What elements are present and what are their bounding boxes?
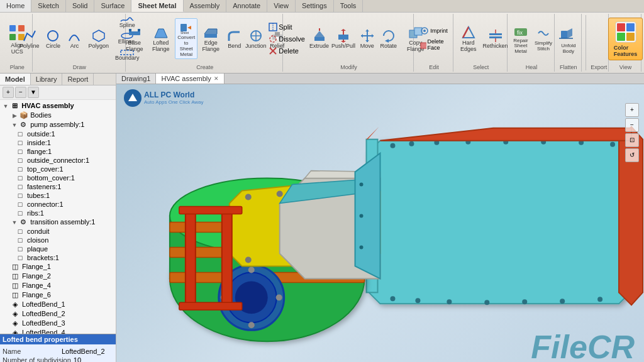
hard-edges-label: Hard Edges <box>457 40 480 53</box>
tree-item-cloison[interactable]: □ cloison <box>1 236 114 244</box>
tab-surface[interactable]: Surface <box>94 0 131 12</box>
viewport-tab-hvac-close[interactable]: ✕ <box>214 75 219 82</box>
ribbon-group-select: Hard Edges Rethicken Select <box>455 14 508 72</box>
tree-item-loftedbend-1[interactable]: ◈ LoftedBend_1 <box>1 300 114 309</box>
split-button[interactable]: Split <box>266 21 308 33</box>
svg-point-80 <box>597 297 602 302</box>
tree-item-outside-connector[interactable]: □ outside_connector:1 <box>1 156 114 165</box>
tree-item-flange-f4[interactable]: ◫ Flange_4 <box>1 281 114 290</box>
fit-view-button[interactable]: ⊡ <box>625 133 639 147</box>
tree-item-flange-f6[interactable]: ◫ Flange_6 <box>1 290 114 300</box>
circle-button[interactable]: Circle <box>43 27 63 51</box>
rotate-view-button[interactable]: ↺ <box>625 148 639 162</box>
tree-item-bodies[interactable]: ▶ 📦 Bodies <box>1 111 114 120</box>
svg-rect-116 <box>179 206 242 214</box>
polyline-label: Polyline <box>19 43 40 50</box>
tab-sheet-metal[interactable]: Sheet Metal <box>131 0 183 12</box>
tree-item-plaque[interactable]: □ plaque <box>1 244 114 253</box>
tree-item-outside[interactable]: □ outside:1 <box>1 129 114 138</box>
hard-edges-button[interactable]: Hard Edges <box>455 24 482 54</box>
tree-collapse-all-button[interactable]: − <box>15 87 26 98</box>
convert-to-sheet-metal-button[interactable]: Sheet Convert toSheet Metal <box>175 18 197 59</box>
imprint-button[interactable]: Imprint <box>418 25 450 36</box>
tree-item-flange1[interactable]: □ flange:1 <box>1 147 114 156</box>
zoom-in-button[interactable]: + <box>625 103 639 117</box>
tree-item-ribs[interactable]: □ ribs:1 <box>1 209 114 217</box>
viewport-tab-hvac[interactable]: HVAC assembly ✕ <box>156 74 224 84</box>
tree-item-tubes[interactable]: □ tubes:1 <box>1 191 114 200</box>
loftedbend3-icon: ◈ <box>11 319 19 327</box>
svg-rect-14 <box>204 34 217 38</box>
base-flange-button[interactable]: Base Flange <box>123 24 147 54</box>
push-pull-button[interactable]: Push/Pull <box>331 27 355 51</box>
tab-tools[interactable]: Tools <box>334 0 364 12</box>
tree-item-flange-f1[interactable]: ◫ Flange_1 <box>1 262 114 272</box>
tree-item-fasteners[interactable]: □ fasteners:1 <box>1 182 114 191</box>
tab-annotate[interactable]: Annotate <box>226 0 267 12</box>
tab-home[interactable]: Home <box>0 0 31 12</box>
panel-tab-report[interactable]: Report <box>62 74 94 85</box>
delete-label: Delete <box>279 47 299 55</box>
dissolve-button[interactable]: Dissolve <box>266 33 308 45</box>
viewport-tab-drawing[interactable]: Drawing1 <box>116 74 156 84</box>
svg-marker-118 <box>355 153 380 278</box>
tree-item-conduit[interactable]: □ conduit <box>1 227 114 236</box>
delete-face-button[interactable]: Delete Face <box>418 37 450 52</box>
tree-item-bottom-cover[interactable]: □ bottom_cover:1 <box>1 173 114 182</box>
tree-item-inside[interactable]: □ inside:1 <box>1 138 114 147</box>
tree-item-flange-f2[interactable]: ◫ Flange_2 <box>1 272 114 281</box>
panel-tab-library[interactable]: Library <box>31 74 63 85</box>
tree-item-loftedbend-3[interactable]: ◈ LoftedBend_3 <box>1 319 114 328</box>
svg-point-103 <box>277 190 283 197</box>
svg-rect-2 <box>9 34 16 40</box>
prop-name-label: Name <box>3 348 59 355</box>
main-area: Model Library Report + − ▼ ▼ ⊞ HVAC asse… <box>0 74 644 362</box>
tree-item-connector[interactable]: □ connector:1 <box>1 200 114 209</box>
convert-to-label: Convert toSheet Metal <box>177 35 195 57</box>
extrude-button[interactable]: Extrude <box>309 27 330 51</box>
unfold-body-button[interactable]: UnfoldBody <box>555 21 582 57</box>
junction-button[interactable]: Junction <box>246 27 266 51</box>
tree-filter-button[interactable]: ▼ <box>28 87 39 98</box>
bend-label: Bend <box>228 43 241 50</box>
tree-item-loftedbend-2[interactable]: ◈ LoftedBend_2 <box>1 309 114 319</box>
tree-item-transition-assembly[interactable]: ▼ ⚙ transition assembly:1 <box>1 217 114 227</box>
edge-flange-button[interactable]: Edge Flange <box>199 24 223 54</box>
polygon-button[interactable]: Polygon <box>86 27 111 51</box>
viewport-tab-drawing-label: Drawing1 <box>121 75 150 82</box>
svg-rect-59 <box>617 23 625 31</box>
polyline-button[interactable]: Polyline <box>17 27 42 51</box>
unfold-body-icon <box>558 23 579 43</box>
tree-item-loftedbend-4[interactable]: ◈ LoftedBend_4 <box>1 328 114 334</box>
rotate-button[interactable]: Rotate <box>379 27 399 51</box>
tab-view[interactable]: View <box>267 0 296 12</box>
tree-item-top-cover[interactable]: □ top_cover:1 <box>1 165 114 173</box>
rethicken-button[interactable]: Rethicken <box>484 27 508 51</box>
viewport-content[interactable]: ALL PC World Auto Apps One Click Away <box>116 84 644 362</box>
tab-assembly[interactable]: Assembly <box>184 0 227 12</box>
tree-item-hvac-assembly[interactable]: ▼ ⊞ HVAC assembly <box>1 101 114 111</box>
simplify-stitch-button[interactable]: SimplifyStitch <box>533 25 553 53</box>
panel-tab-model[interactable]: Model <box>0 74 31 85</box>
polygon-icon <box>91 28 106 43</box>
tree-expand-all-button[interactable]: + <box>3 87 14 98</box>
svg-point-76 <box>447 299 452 304</box>
delete-button[interactable]: Delete <box>266 45 308 57</box>
tree-item-brackets[interactable]: □ brackets:1 <box>1 253 114 262</box>
color-features-icon <box>614 21 637 45</box>
tab-sketch[interactable]: Sketch <box>31 0 66 12</box>
circle-icon <box>45 28 60 43</box>
repair-sheet-metal-button[interactable]: fix RepairSheet Metal <box>509 22 532 56</box>
move-button[interactable]: Move <box>357 27 377 51</box>
color-features-button[interactable]: ColorFeatures <box>608 18 643 60</box>
bend-button[interactable]: Bend <box>225 27 245 51</box>
tab-solid[interactable]: Solid <box>66 0 94 12</box>
ribbon-group-modify-items: Split Dissolve Delete Extrude <box>266 15 431 63</box>
tab-settings[interactable]: Settings <box>296 0 334 12</box>
lofted-flange-button[interactable]: Lofted Flange <box>148 24 174 54</box>
svg-marker-40 <box>385 39 389 43</box>
zoom-out-button[interactable]: − <box>625 118 639 132</box>
arc-button[interactable]: Arc <box>64 27 84 51</box>
tree-item-pump-assembly[interactable]: ▼ ⚙ pump assembly:1 <box>1 120 114 129</box>
edge-flange-icon <box>203 25 218 40</box>
